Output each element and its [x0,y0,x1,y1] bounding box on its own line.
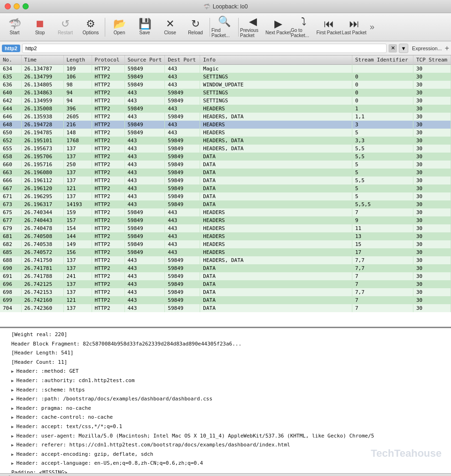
table-row[interactable]: 68126.740508144HTTP259849443HEADERS1330 [0,232,451,240]
find-packet-button[interactable]: 🔍 Find Packet... [211,14,237,40]
table-row[interactable]: 68826.741750137HTTP244359849HEADERS, DAT… [0,256,451,264]
table-row[interactable]: 67326.19631714193HTTP244359849DATA5,5,53… [0,200,451,208]
detail-line[interactable]: Header: accept: text/css,*/*;q=0.1 [4,422,447,431]
save-button[interactable]: 💾 Save [132,14,157,40]
col-header-length[interactable]: Length [63,55,92,65]
filter-input[interactable] [22,44,387,53]
detail-line[interactable]: Header: accept-language: en-US,en;q=0.8,… [4,459,447,468]
col-protocol: HTTP2 [92,145,124,153]
maximize-button[interactable] [23,3,29,9]
col-tcp: 30 [413,184,451,192]
close-file-button[interactable]: ✕ Close [157,14,183,40]
col-time: 26.135008 [21,105,63,113]
table-row[interactable]: 64226.13495994HTTP244359849SETTINGS030 [0,97,451,105]
open-button[interactable]: 📂 Open [107,14,132,40]
next-packet-button[interactable]: ▶ Next Packet [265,14,291,40]
table-row[interactable]: 68526.740572156HTTP259849443HEADERS1730 [0,248,451,256]
add-filter-button[interactable]: + [445,44,449,53]
col-no: 648 [0,121,21,129]
minimize-button[interactable] [14,3,20,9]
col-stream: 5,5 [352,177,413,184]
table-row[interactable]: 65226.1951011768HTTP244359849HEADERS, DA… [0,137,451,145]
col-protocol: HTTP2 [92,232,124,240]
col-header-tcp[interactable]: TCP Stream [413,55,451,65]
col-header-protocol[interactable]: Protocol [92,55,124,65]
filter-dropdown-button[interactable]: ▼ [399,44,408,53]
table-row[interactable]: 64026.13486394HTTP244359849SETTINGS030 [0,89,451,97]
col-stream: 13 [352,232,413,240]
col-dest-port: 59849 [165,145,200,153]
table-row[interactable]: 67126.196295137HTTP244359849DATA530 [0,192,451,200]
prev-packet-button[interactable]: ◀ Previous Packet [240,14,265,40]
table-row[interactable]: 64626.1359382605HTTP244359849HEADERS, DA… [0,113,451,121]
col-source-port: 443 [124,288,165,296]
col-header-stream[interactable]: Stream Identifier [352,55,413,65]
table-row[interactable]: 66726.196120121HTTP244359849DATA530 [0,184,451,192]
col-tcp: 30 [413,129,451,137]
col-length: 98 [63,81,92,89]
detail-line[interactable]: Header: :path: /bootstrap/docs/examples/… [4,394,447,404]
col-protocol: HTTP2 [92,169,124,177]
options-button[interactable]: ⚙ Options [78,14,103,40]
col-source-port: 443 [124,145,165,153]
table-row[interactable]: 66326.196080137HTTP244359849DATA530 [0,169,451,177]
table-row[interactable]: 67726.740443157HTTP259849443HEADERS930 [0,216,451,224]
detail-line[interactable]: Header: :scheme: https [4,385,447,395]
col-dest-port: 59849 [165,192,200,200]
detail-line[interactable]: Header: :method: GET [4,367,447,376]
col-header-info[interactable]: Info [200,55,352,65]
filter-clear-button[interactable]: ✕ [389,44,397,53]
table-row[interactable]: 65526.195673137HTTP244359849HEADERS, DAT… [0,145,451,153]
table-row[interactable]: 65026.194785148HTTP259849443HEADERS530 [0,129,451,137]
col-header-source-port[interactable]: Source Port [124,55,165,65]
col-stream: 3,3 [352,137,413,145]
col-info: DATA [200,304,352,312]
toolbar-more-button[interactable]: » [367,22,377,32]
table-row[interactable]: 63626.13480598HTTP259849443WINDOW_UPDATE… [0,81,451,89]
start-button[interactable]: 🦈 Start [2,14,27,40]
detail-line[interactable]: Header: accept-encoding: gzip, deflate, … [4,450,447,459]
table-row[interactable]: 70426.742360137HTTP244359849DATA730 [0,304,451,312]
col-header-no[interactable]: No. [0,55,21,65]
table-row[interactable]: 66626.196112137HTTP244359849DATA5,530 [0,177,451,184]
stop-button[interactable]: ⏹ Stop [27,14,53,40]
col-no: 681 [0,232,21,240]
restart-button[interactable]: ↺ Restart [53,14,78,40]
col-dest-port: 443 [165,81,200,89]
detail-line[interactable]: Header: user-agent: Mozilla/5.0 (Macinto… [4,431,447,441]
col-dest-port: 59849 [165,161,200,169]
table-row[interactable]: 67526.740344159HTTP259849443HEADERS730 [0,208,451,216]
table-row[interactable]: 67926.740478154HTTP259849443HEADERS1130 [0,224,451,232]
table-row[interactable]: 64826.194728216HTTP259849443HEADERS330 [0,121,451,129]
table-row[interactable]: 69926.742160121HTTP244359849DATA730 [0,296,451,304]
detail-line[interactable]: Header: cache-control: no-cache [4,413,447,422]
titlebar-title-text: Loopback: lo0 [213,3,248,10]
last-packet-button[interactable]: ⏭ Last Packet [342,14,367,40]
table-row[interactable]: 66026.195716250HTTP244359849DATA530 [0,161,451,169]
detail-line[interactable]: Header: pragma: no-cache [4,404,447,413]
detail-line[interactable]: Header: referer: https://cdn1.http2test.… [4,440,447,450]
next-label: Next Packet [265,30,291,35]
table-row[interactable]: 69026.741781137HTTP244359849DATA7,730 [0,264,451,272]
col-info: DATA [200,184,352,192]
table-row[interactable]: 68226.740538149HTTP259849443HEADERS1530 [0,240,451,248]
table-row[interactable]: 65826.195706137HTTP244359849DATA5,530 [0,153,451,161]
table-row[interactable]: 69826.742153137HTTP244359849DATA7,730 [0,288,451,296]
col-source-port: 443 [124,256,165,264]
table-row[interactable]: 63426.134787109HTTP259849443Magic30 [0,65,451,73]
col-protocol: HTTP2 [92,248,124,256]
detail-line[interactable]: Header: :authority: cdn1.http2test.com [4,376,447,385]
table-row[interactable]: 64426.135008396HTTP259849443HEADERS130 [0,105,451,113]
col-length: 157 [63,216,92,224]
first-packet-button[interactable]: ⏮ First Packet [316,14,342,40]
table-row[interactable]: 69626.742125137HTTP244359849DATA730 [0,280,451,288]
col-header-time[interactable]: Time [21,55,63,65]
col-stream: 7 [352,272,413,280]
table-row[interactable]: 63526.134799106HTTP259849443SETTINGS030 [0,73,451,81]
expression-button[interactable]: Expression... [412,46,442,51]
col-header-dest-port[interactable]: Dest Port [165,55,200,65]
table-row[interactable]: 69126.741788241HTTP244359849DATA730 [0,272,451,280]
goto-packet-button[interactable]: ⤵ Go to Packet... [291,14,316,40]
reload-button[interactable]: ↻ Reload [183,14,208,40]
close-button[interactable] [5,3,11,9]
